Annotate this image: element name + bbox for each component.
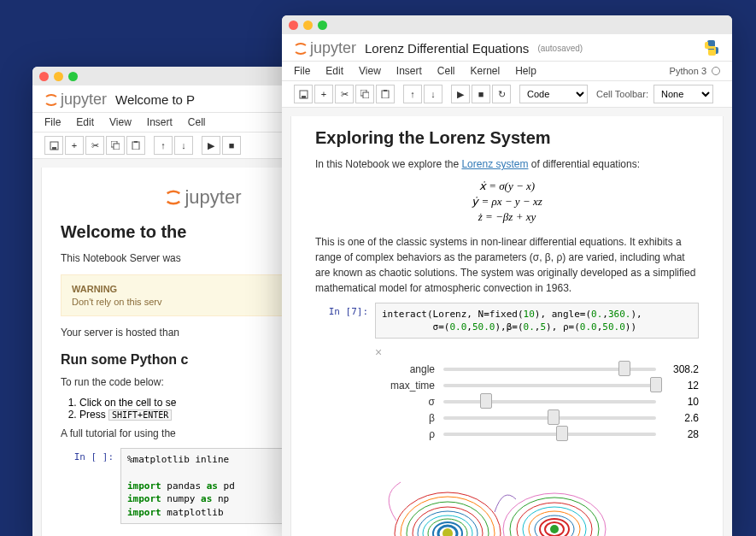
jupyter-logo[interactable]: jupyter bbox=[294, 39, 356, 57]
menu-file[interactable]: File bbox=[294, 65, 310, 77]
titlebar bbox=[282, 15, 732, 34]
close-window-button[interactable] bbox=[39, 72, 49, 81]
slider-thumb[interactable] bbox=[548, 409, 560, 425]
save-button[interactable] bbox=[44, 136, 63, 155]
toolbar: + ✂ ↑ ↓ ▶ ■ ↻ Code Cell Toolbar: None bbox=[282, 81, 732, 108]
slider-thumb[interactable] bbox=[556, 426, 568, 441]
cell-toolbar-label: Cell Toolbar: bbox=[596, 89, 648, 99]
restart-button[interactable]: ↻ bbox=[492, 85, 511, 103]
close-window-button[interactable] bbox=[289, 21, 298, 30]
autosave-label: (autosaved) bbox=[537, 44, 583, 53]
svg-rect-1 bbox=[52, 147, 56, 150]
notebook-window-front: jupyter Lorenz Differential Equations (a… bbox=[282, 15, 732, 536]
move-up-button[interactable]: ↑ bbox=[154, 136, 173, 155]
add-cell-button[interactable]: + bbox=[314, 85, 333, 103]
svg-rect-9 bbox=[363, 92, 369, 98]
cut-button[interactable]: ✂ bbox=[85, 136, 104, 155]
menu-cell[interactable]: Cell bbox=[437, 65, 455, 77]
jupyter-logo[interactable]: jupyter bbox=[44, 91, 107, 109]
slider-value: 2.6 bbox=[656, 412, 699, 424]
svg-rect-5 bbox=[134, 141, 138, 143]
description-text: This is one of the classic systems in no… bbox=[315, 234, 699, 296]
slider-value: 28 bbox=[656, 428, 699, 440]
menu-file[interactable]: File bbox=[44, 116, 61, 128]
logo-text: jupyter bbox=[61, 91, 107, 109]
cut-button[interactable]: ✂ bbox=[335, 85, 354, 103]
copy-button[interactable] bbox=[355, 85, 374, 103]
maximize-window-button[interactable] bbox=[318, 21, 327, 30]
svg-point-30 bbox=[550, 525, 559, 533]
menu-view[interactable]: View bbox=[359, 65, 381, 77]
menu-view[interactable]: View bbox=[109, 116, 132, 128]
slider-track[interactable] bbox=[443, 433, 656, 436]
slider-label: σ bbox=[375, 396, 443, 408]
cell-type-select[interactable]: Code bbox=[519, 85, 588, 103]
slider-thumb[interactable] bbox=[618, 361, 630, 376]
copy-button[interactable] bbox=[106, 136, 125, 155]
lorenz-plot bbox=[362, 452, 653, 536]
equations: ẋ = σ(y − x) ẏ = ρx − y − xz ż = −βz + x… bbox=[315, 179, 699, 226]
menu-kernel[interactable]: Kernel bbox=[471, 65, 501, 77]
svg-rect-11 bbox=[384, 90, 387, 91]
python-icon bbox=[703, 39, 720, 60]
kernel-indicator: Python 3 bbox=[670, 66, 720, 76]
cell-input[interactable]: interact(Lorenz, N=fixed(10), angle=(0.,… bbox=[375, 303, 699, 339]
slider-angle[interactable]: angle308.2 bbox=[375, 363, 699, 375]
slider-value: 308.2 bbox=[656, 363, 699, 375]
move-down-button[interactable]: ↓ bbox=[424, 85, 442, 103]
slider-track[interactable] bbox=[443, 368, 656, 371]
slider-thumb[interactable] bbox=[480, 393, 492, 409]
slider-label: ρ bbox=[375, 428, 443, 440]
menu-edit[interactable]: Edit bbox=[76, 116, 94, 128]
slider-max_time[interactable]: max_time12 bbox=[375, 380, 699, 392]
slider-ρ[interactable]: ρ28 bbox=[375, 428, 699, 440]
header: jupyter Lorenz Differential Equations (a… bbox=[282, 34, 732, 62]
svg-rect-10 bbox=[382, 91, 389, 98]
logo-text: jupyter bbox=[310, 39, 356, 57]
jupyter-icon bbox=[294, 41, 308, 56]
intro-text: In this Notebook we explore the Lorenz s… bbox=[315, 156, 699, 172]
notebook-title[interactable]: Welcome to P bbox=[115, 92, 195, 107]
paste-button[interactable] bbox=[376, 85, 395, 103]
stop-button[interactable]: ■ bbox=[472, 85, 490, 103]
kernel-name: Python 3 bbox=[670, 66, 706, 76]
slider-value: 10 bbox=[656, 396, 699, 408]
close-widget-icon[interactable]: × bbox=[375, 345, 699, 359]
slider-thumb[interactable] bbox=[650, 377, 662, 392]
notebook-title[interactable]: Lorenz Differential Equations bbox=[365, 41, 529, 56]
menu-insert[interactable]: Insert bbox=[396, 65, 422, 77]
menu-cell[interactable]: Cell bbox=[188, 116, 206, 128]
slider-track[interactable] bbox=[443, 384, 656, 387]
run-button[interactable]: ▶ bbox=[451, 85, 470, 103]
menu-help[interactable]: Help bbox=[515, 65, 536, 77]
jupyter-icon bbox=[44, 92, 58, 108]
save-button[interactable] bbox=[294, 85, 313, 103]
lorenz-link[interactable]: Lorenz system bbox=[461, 158, 528, 170]
notebook-content: Exploring the Lorenz System In this Note… bbox=[290, 116, 724, 536]
svg-rect-3 bbox=[114, 144, 120, 150]
menu-edit[interactable]: Edit bbox=[325, 65, 343, 77]
cell-prompt: In [ ]: bbox=[61, 448, 114, 524]
slider-σ[interactable]: σ10 bbox=[375, 396, 699, 408]
svg-rect-7 bbox=[302, 96, 306, 98]
slider-value: 12 bbox=[656, 380, 699, 392]
minimize-window-button[interactable] bbox=[54, 72, 63, 81]
minimize-window-button[interactable] bbox=[303, 21, 313, 30]
widget-output: × angle308.2max_time12σ10β2.6ρ28 bbox=[375, 345, 699, 440]
kernel-status-icon bbox=[712, 67, 720, 75]
move-up-button[interactable]: ↑ bbox=[403, 85, 422, 103]
page-title: Exploring the Lorenz System bbox=[315, 128, 699, 148]
slider-β[interactable]: β2.6 bbox=[375, 412, 699, 424]
cell-toolbar-select[interactable]: None bbox=[653, 85, 713, 103]
move-down-button[interactable]: ↓ bbox=[174, 136, 193, 155]
svg-point-21 bbox=[442, 528, 453, 536]
menu-insert[interactable]: Insert bbox=[147, 116, 173, 128]
slider-track[interactable] bbox=[443, 400, 656, 403]
slider-track[interactable] bbox=[443, 416, 656, 420]
maximize-window-button[interactable] bbox=[68, 72, 78, 81]
run-button[interactable]: ▶ bbox=[202, 136, 220, 155]
stop-button[interactable]: ■ bbox=[222, 136, 241, 155]
add-cell-button[interactable]: + bbox=[65, 136, 84, 155]
code-cell[interactable]: In [7]: interact(Lorenz, N=fixed(10), an… bbox=[315, 303, 699, 339]
paste-button[interactable] bbox=[126, 136, 145, 155]
